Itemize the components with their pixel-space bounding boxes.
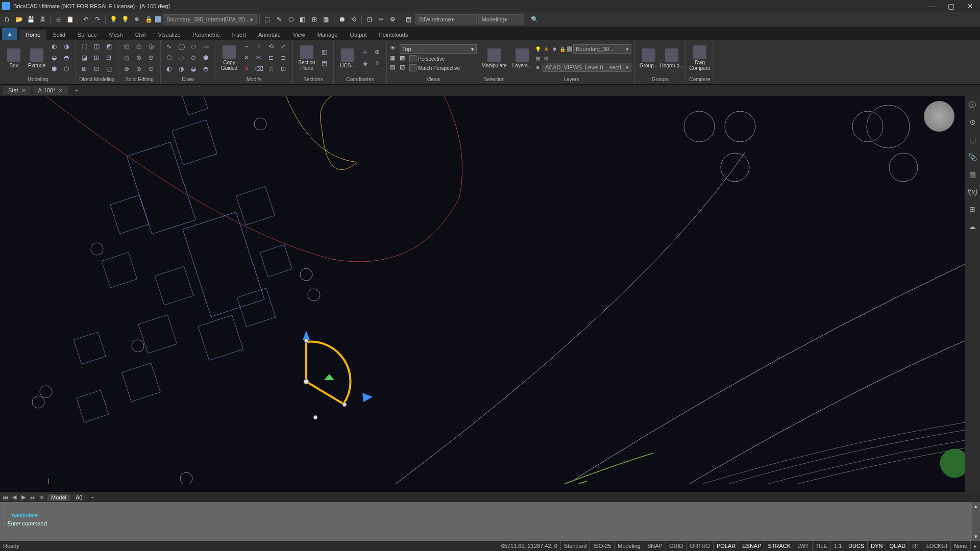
copy-guided-button[interactable]: Copy Guided (218, 42, 240, 74)
swatch-icon[interactable] (567, 46, 572, 52)
tab-annotate[interactable]: Annotate (252, 30, 287, 40)
status-polar[interactable]: POLAR (713, 541, 739, 551)
view-cube[interactable] (924, 101, 954, 132)
command-line[interactable]: : : _manipulate : Enter command ▴▾ (0, 502, 980, 541)
mod-tool-icon[interactable]: ⊏ (266, 53, 276, 62)
draw-tool-icon[interactable]: ◓ (201, 64, 211, 73)
dm-tool-icon[interactable]: ◪ (79, 53, 89, 62)
status-dyn[interactable]: DYN (867, 541, 886, 551)
perspective-checkbox[interactable] (409, 55, 416, 62)
vtool-icon[interactable]: ▦ (390, 55, 398, 63)
undo-icon[interactable]: ↶ (81, 14, 91, 24)
se-tool-icon[interactable]: ⊘ (134, 64, 144, 73)
status-expand-icon[interactable]: ▸ (970, 541, 980, 551)
mod-tool-icon[interactable]: ✂ (254, 53, 264, 62)
mod-tool-icon[interactable]: ✕ (241, 53, 252, 62)
tab-mesh[interactable]: Mesh (103, 30, 129, 40)
mod-tool-icon[interactable]: ⊐ (278, 53, 288, 62)
first-icon[interactable]: ⏮ (1, 493, 9, 502)
draw-tool-icon[interactable]: ⊙ (188, 53, 199, 62)
box-button[interactable]: Box (3, 42, 24, 74)
status-strack[interactable]: STRACK (765, 541, 794, 551)
status-grid[interactable]: GRID (666, 541, 687, 551)
sliders-icon[interactable]: ⚙ (967, 117, 977, 128)
status-quad[interactable]: QUAD (886, 541, 909, 551)
status-snap[interactable]: SNAP (644, 541, 666, 551)
layer-combo-1[interactable]: Boundary_30...▾ (573, 44, 631, 54)
manipulate-button[interactable]: Manipulate (483, 42, 505, 74)
tab-manage[interactable]: Manage (311, 30, 344, 40)
layers-icon[interactable]: ▤ (967, 135, 977, 145)
dm-tool-icon[interactable]: ⊠ (79, 64, 89, 73)
ungroup-button[interactable]: Ungroup... (661, 42, 682, 74)
sun-icon[interactable]: ☀ (543, 45, 550, 53)
new-icon[interactable]: 🗋 (2, 14, 12, 24)
mod-tool-icon[interactable]: ↔ (241, 42, 252, 51)
ucs-tool-icon[interactable]: ⊕ (372, 47, 382, 57)
tool-b-icon[interactable]: ✎ (274, 14, 284, 24)
cmdline-scrollbar[interactable]: ▴▾ (972, 502, 980, 541)
mod-tool-icon[interactable]: ⌫ (254, 64, 264, 73)
vtool-icon[interactable]: ▧ (400, 64, 408, 72)
modeling-tool-icon[interactable]: ⬡ (61, 64, 71, 73)
pencil-icon[interactable]: ✏ (376, 14, 386, 24)
bulb2-icon[interactable]: 💡 (120, 14, 130, 24)
tab-pointclouds[interactable]: Pointclouds (373, 30, 414, 40)
tab-output[interactable]: Output (344, 30, 373, 40)
dm-tool-icon[interactable]: ⬚ (79, 42, 89, 51)
grid-icon[interactable]: ▤ (404, 14, 414, 24)
close-button[interactable]: ✕ (963, 1, 978, 11)
match-perspective-checkbox[interactable] (409, 64, 416, 71)
mod-tool-icon[interactable]: ↕ (254, 42, 264, 51)
tool-d-icon[interactable]: ◧ (298, 14, 308, 24)
doc-tab-a100[interactable]: A-100*✕ (33, 86, 68, 95)
cube-icon[interactable]: ⬢ (337, 14, 347, 24)
close-icon[interactable]: ✕ (21, 87, 26, 94)
drawing-canvas[interactable]: W ⓘ ⚙ ▤ 📎 ▦ f(x) ⊞ ☁ (0, 96, 980, 492)
redo-icon[interactable]: ↷ (92, 14, 103, 24)
vtool-icon[interactable]: ▩ (400, 55, 408, 63)
tool-e-icon[interactable]: ⊞ (309, 14, 320, 24)
maximize-button[interactable]: ▢ (943, 1, 959, 11)
tool-f-icon[interactable]: ▦ (321, 14, 331, 24)
dm-tool-icon[interactable]: ⊡ (91, 64, 102, 73)
lock-icon[interactable]: 🔒 (559, 45, 566, 53)
dm-tool-icon[interactable]: ⊞ (91, 53, 102, 62)
open-icon[interactable]: 📂 (14, 14, 24, 24)
mod-tool-icon[interactable]: ⟲ (266, 42, 276, 51)
layer-dropdown[interactable]: Boundary_305_Interior|BIM_2D...▾ (163, 14, 257, 24)
tab-insert[interactable]: Insert (226, 30, 252, 40)
ucs-tool-icon[interactable]: ⊹ (360, 47, 370, 57)
dm-tool-icon[interactable]: ◩ (104, 42, 114, 51)
status-scale[interactable]: 1:1 (830, 541, 845, 551)
vtool-icon[interactable]: ▨ (390, 64, 398, 72)
status-lockui[interactable]: LOCKUI (923, 541, 950, 551)
se-tool-icon[interactable]: ⊗ (121, 64, 132, 73)
se-tool-icon[interactable]: ⊖ (146, 53, 156, 62)
eye-icon[interactable]: 👁 (390, 45, 398, 53)
modeling-tool-icon[interactable]: ◓ (61, 53, 71, 62)
status-lwt[interactable]: LWT (794, 541, 812, 551)
mod-tool-icon[interactable]: ⤢ (278, 42, 288, 51)
status-standard[interactable]: Standard (560, 541, 590, 551)
lock-icon[interactable]: 🔒 (143, 14, 154, 24)
sect-tool-icon[interactable]: ▤ (319, 59, 329, 68)
freeze-icon[interactable]: ❄ (551, 45, 558, 53)
mod-tool-icon[interactable]: ⎌ (266, 64, 276, 73)
draw-tool-icon[interactable]: ◐ (164, 64, 174, 73)
draw-tool-icon[interactable]: ⬢ (201, 53, 211, 62)
print-icon[interactable]: 🖶 (37, 14, 47, 24)
section-plane-button[interactable]: Section Plane (296, 42, 317, 74)
fx-icon[interactable]: f(x) (967, 187, 977, 197)
group-button[interactable]: Group... (638, 42, 659, 74)
layers-button[interactable]: Layers... (511, 42, 533, 74)
prev-icon[interactable]: ◀ (10, 493, 18, 502)
status-ortho[interactable]: ORTHO (686, 541, 713, 551)
last-icon[interactable]: ⏭ (29, 493, 37, 502)
draw-tool-icon[interactable]: ◒ (188, 64, 199, 73)
paste-icon[interactable]: 📋 (65, 14, 75, 24)
status-esnap[interactable]: ESNAP (739, 541, 764, 551)
freeze-icon[interactable]: ❄ (132, 14, 142, 24)
color-swatch[interactable] (155, 16, 161, 22)
dm-tool-icon[interactable]: ◫ (91, 42, 102, 51)
